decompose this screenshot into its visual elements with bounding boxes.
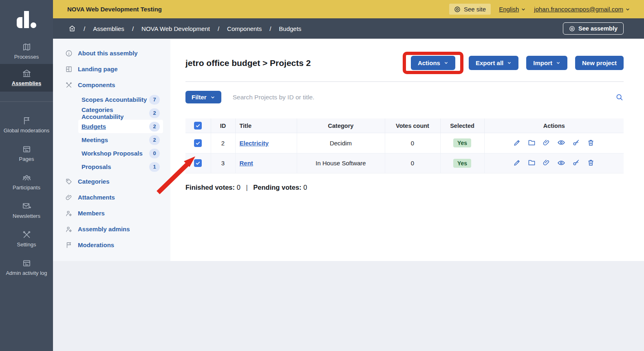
sidebar-item-label: Moderations [78, 241, 114, 248]
sidebar-item-attachments[interactable]: Attachments [53, 189, 170, 205]
sidebar-item-label: Assembly admins [78, 226, 130, 233]
cell-category: Decidim [297, 133, 385, 154]
sidebar-item-categories-accountability[interactable]: Categories Accountability 2 [78, 106, 163, 120]
sidebar-item-label: Proposals [82, 163, 111, 170]
import-dropdown-button[interactable]: Import [526, 56, 567, 70]
sidebar-item-label: Global moderations [4, 128, 50, 134]
row-actions [513, 159, 595, 167]
sidebar-item-label: Settings [17, 242, 36, 248]
actions-dropdown-button[interactable]: Actions [411, 56, 455, 70]
sidebar-item-label: Workshop Proposals [82, 150, 143, 157]
sidebar-item-workshop-proposals[interactable]: Workshop Proposals 0 [78, 147, 163, 160]
paperclip-icon[interactable] [543, 159, 550, 167]
assembly-sidebar: About this assembly Landing page Compone… [53, 39, 170, 261]
sidebar-item-assembly-admins[interactable]: Assembly admins [53, 221, 170, 237]
key-icon[interactable] [572, 159, 580, 167]
home-icon[interactable] [68, 25, 76, 32]
cell-id: 3 [211, 153, 235, 173]
eye-icon[interactable] [557, 159, 565, 167]
main-panel: jetro office budget > Projects 2 Actions… [170, 39, 644, 261]
sidebar-item-label: Assemblies [12, 81, 41, 87]
breadcrumb-item-assembly[interactable]: NOVA Web Development [141, 25, 210, 32]
row-checkbox[interactable] [194, 139, 202, 147]
breadcrumb-item-budgets[interactable]: Budgets [279, 25, 301, 32]
pencil-icon[interactable] [513, 139, 521, 147]
sidebar-item-label: Processes [14, 54, 39, 60]
export-all-dropdown-button[interactable]: Export all [469, 56, 518, 70]
see-site-button[interactable]: See site [449, 4, 491, 15]
table-row: 3 Rent In House Software 0 Yes [185, 153, 624, 173]
sidebar-item-global-moderations[interactable]: Global moderations [0, 111, 53, 139]
sidebar-item-admin-activity-log[interactable]: Admin activity log [0, 253, 53, 282]
pencil-icon[interactable] [513, 159, 521, 167]
column-header-category: Category [297, 118, 385, 133]
divider [185, 81, 624, 82]
landing-page-icon [65, 66, 73, 73]
finished-votes-label: Finished votes: [185, 184, 235, 191]
select-all-checkbox[interactable] [194, 122, 202, 129]
breadcrumb-item-components[interactable]: Components [227, 25, 262, 32]
sidebar-item-about-assembly[interactable]: About this assembly [53, 45, 170, 61]
activity-log-icon [22, 259, 31, 268]
sidebar-item-label: Categories Accountability [82, 106, 149, 120]
see-assembly-button[interactable]: See assembly [563, 22, 624, 35]
search-input[interactable] [233, 94, 615, 101]
cell-votes-count: 0 [385, 133, 440, 154]
breadcrumb-item-assemblies[interactable]: Assemblies [93, 25, 124, 32]
actions-button-label: Actions [418, 59, 440, 66]
info-icon [65, 50, 73, 57]
content-area: About this assembly Landing page Compone… [53, 39, 644, 351]
sidebar-item-pages[interactable]: Pages [0, 139, 53, 168]
sidebar-item-scopes-accountability[interactable]: Scopes Accountability 7 [78, 93, 163, 106]
folder-icon[interactable] [528, 139, 536, 147]
sidebar-item-assemblies[interactable]: Assemblies [0, 64, 53, 92]
sidebar-item-landing-page[interactable]: Landing page [53, 61, 170, 77]
user-menu-dropdown[interactable]: johan.francocampos@gmail.com [534, 6, 630, 13]
sidebar-item-members[interactable]: Members [53, 205, 170, 221]
sidebar-item-newsletters[interactable]: Newsletters [0, 196, 53, 225]
new-project-label: New project [582, 59, 617, 66]
sidebar-item-label: Categories [78, 178, 110, 185]
filter-dropdown-button[interactable]: Filter [185, 91, 221, 103]
column-header-votes-count: Votes count [385, 118, 440, 133]
sidebar-item-label: Landing page [78, 66, 118, 72]
sidebar-item-label: Components [78, 81, 115, 88]
trash-icon[interactable] [587, 139, 595, 147]
paperclip-icon[interactable] [543, 139, 550, 147]
row-checkbox[interactable] [194, 159, 202, 167]
app-logo[interactable] [0, 0, 53, 39]
top-bar: NOVA Web Development Testing See site En… [53, 0, 644, 18]
totals-separator: | [246, 184, 247, 191]
import-label: Import [533, 59, 552, 66]
sidebar-item-label: Meetings [82, 136, 108, 143]
sidebar-item-proposals[interactable]: Proposals 1 [78, 160, 163, 173]
project-title-link[interactable]: Electricity [240, 140, 269, 147]
trash-icon[interactable] [587, 159, 595, 167]
language-dropdown[interactable]: English [499, 6, 526, 13]
tag-icon [65, 178, 73, 185]
sidebar-item-settings[interactable]: Settings [0, 225, 53, 253]
eye-icon[interactable] [557, 138, 565, 147]
sidebar-item-participants[interactable]: Participants [0, 168, 53, 196]
table-header-row: ID Title Category Votes count Selected A… [185, 118, 624, 133]
tools-icon [22, 230, 31, 239]
sidebar-item-categories[interactable]: Categories [53, 173, 170, 189]
sidebar-item-moderations[interactable]: Moderations [53, 237, 170, 253]
folder-icon[interactable] [528, 159, 536, 167]
sidebar-item-processes[interactable]: Processes [0, 39, 53, 64]
newsletter-icon [22, 202, 31, 211]
new-project-button[interactable]: New project [575, 56, 624, 70]
pending-votes-label: Pending votes: [253, 184, 301, 191]
project-title-link[interactable]: Rent [240, 160, 253, 167]
chevron-down-icon [210, 95, 215, 100]
column-header-actions: Actions [484, 118, 624, 133]
search-icon[interactable] [615, 93, 624, 101]
column-header-selected: Selected [440, 118, 484, 133]
page-title: jetro office budget > Projects 2 [185, 58, 311, 68]
sidebar-item-budgets[interactable]: Budgets 2 [78, 120, 163, 133]
key-icon[interactable] [572, 139, 580, 147]
participants-icon [22, 173, 31, 182]
sidebar-item-meetings[interactable]: Meetings 2 [78, 133, 163, 147]
finished-votes-value: 0 [237, 184, 240, 191]
sidebar-item-components[interactable]: Components [53, 77, 170, 93]
